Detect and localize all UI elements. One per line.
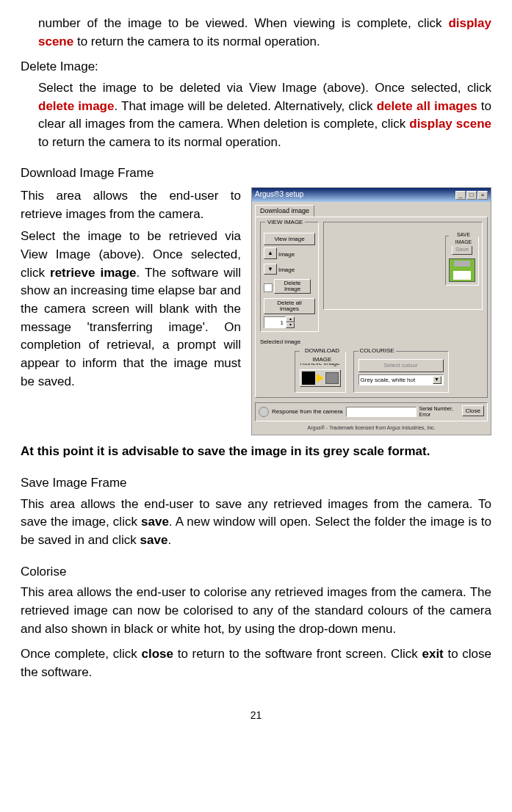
select-colour-button[interactable]: Select colour xyxy=(358,359,444,372)
cmd-save-2: save xyxy=(140,533,168,547)
maximize-button[interactable]: □ xyxy=(466,191,477,200)
delete-text-mid1: . That image will be deleted. Alternativ… xyxy=(114,99,376,113)
next-image-button[interactable]: ▼ xyxy=(264,264,277,275)
delete-all-button[interactable]: Delete all images xyxy=(264,298,315,314)
close-window-button[interactable]: × xyxy=(477,191,488,200)
heading-colorise: Colorise xyxy=(21,563,491,581)
label-image-up: Image xyxy=(278,250,295,259)
download-p1: This area allows the end-user to retriev… xyxy=(21,187,241,223)
group-save-image: SAVE IMAGE Save xyxy=(445,236,479,286)
save-paragraph: This area allows the end-user to save an… xyxy=(21,496,491,550)
delete-icon xyxy=(264,283,273,292)
spinner-input[interactable] xyxy=(264,316,286,328)
status-label: Response from the camera xyxy=(272,407,343,416)
save-text-post: . xyxy=(167,533,171,547)
cmd-retrieve-image: retrieve image xyxy=(50,266,137,280)
intro-text-pre: number of the image to be viewed. When v… xyxy=(38,16,448,30)
intro-paragraph: number of the image to be viewed. When v… xyxy=(38,15,491,51)
titlebar: Argus®3 setup _□× xyxy=(252,188,491,202)
dropdown-value: Grey scale, white hot xyxy=(361,376,416,385)
floppy-icon xyxy=(449,258,475,282)
colourise-group-title: COLOURISE xyxy=(358,347,396,355)
colorise-p2: Once complete, click close to return to … xyxy=(21,645,491,681)
group-view-title: VIEW IMAGE xyxy=(265,218,305,227)
heading-delete-image: Delete Image: xyxy=(21,58,491,76)
chevron-down-icon[interactable]: ▼ xyxy=(433,376,441,385)
colour-dropdown[interactable]: Grey scale, white hot ▼ xyxy=(358,374,444,386)
trademark-text: Argus® - Trademark licensed from Argus I… xyxy=(252,423,491,435)
serial-label: Serial Number, Error xyxy=(419,406,459,418)
image-number-spinner[interactable]: ▴▾ xyxy=(264,316,315,328)
delete-paragraph: Select the image to be deleted via View … xyxy=(38,79,491,152)
download-p2-post: . The software will show an increasing t… xyxy=(21,266,241,388)
close-button[interactable]: Close xyxy=(462,405,484,417)
group-view-image: VIEW IMAGE View image ▲ Image ▼ Image De… xyxy=(260,222,319,333)
heading-download-frame: Download Image Frame xyxy=(21,164,491,183)
download-group-title: DOWNLOAD IMAGE xyxy=(300,347,345,363)
window-title: Argus®3 setup xyxy=(255,189,303,200)
spin-up[interactable]: ▴ xyxy=(286,316,295,322)
heading-save-frame: Save Image Frame xyxy=(21,474,491,493)
save-group-title: SAVE IMAGE xyxy=(449,231,478,246)
selected-image-label: Selected image xyxy=(260,336,319,347)
computer-icon xyxy=(325,372,339,384)
group-colourise: COLOURISE Select colour Grey scale, whit… xyxy=(353,351,449,393)
colorise-p2-mid: to return to the software front screen. … xyxy=(173,647,422,661)
camera-icon xyxy=(302,371,315,385)
window-controls: _□× xyxy=(455,189,488,200)
tab-download-image[interactable]: Download image xyxy=(255,205,314,217)
delete-text-post: to return the camera to its normal opera… xyxy=(38,135,281,149)
advice-line: At this point it is advisable to save th… xyxy=(21,443,491,461)
cmd-close: close xyxy=(141,647,173,661)
delete-text-pre: Select the image to be deleted via View … xyxy=(38,81,491,95)
arrow-right-icon xyxy=(317,374,324,383)
page-number: 21 xyxy=(21,708,491,722)
group-download-image: DOWNLOAD IMAGE Retrieve Image xyxy=(295,351,346,393)
cmd-save-1: save xyxy=(141,515,169,529)
delete-image-button[interactable]: Delete Image xyxy=(274,279,311,294)
status-bar: Response from the camera Serial Number, … xyxy=(255,402,488,422)
download-p2: Select the image to be retrieved via Vie… xyxy=(21,228,241,391)
view-image-button[interactable]: View image xyxy=(264,233,315,246)
cmd-delete-all-images: delete all images xyxy=(377,99,477,113)
spin-down[interactable]: ▾ xyxy=(286,322,295,328)
cmd-exit: exit xyxy=(422,647,443,661)
intro-text-post: to return the camera to its normal opera… xyxy=(73,35,320,48)
cmd-display-scene-2: display scene xyxy=(409,117,491,131)
colorise-p2-pre: Once complete, click xyxy=(21,647,141,661)
cmd-delete-image: delete image xyxy=(38,99,114,113)
minimize-button[interactable]: _ xyxy=(455,191,466,200)
label-image-down: Image xyxy=(278,266,295,275)
retrieve-image-button[interactable] xyxy=(300,369,341,387)
status-led-icon xyxy=(259,407,269,417)
response-field xyxy=(346,407,417,417)
prev-image-button[interactable]: ▲ xyxy=(264,247,277,259)
app-window: Argus®3 setup _□× Download image VIEW IM… xyxy=(251,187,491,435)
colorise-p1: This area allows the end-user to coloris… xyxy=(21,584,491,638)
image-preview-area: SAVE IMAGE Save xyxy=(323,222,483,310)
